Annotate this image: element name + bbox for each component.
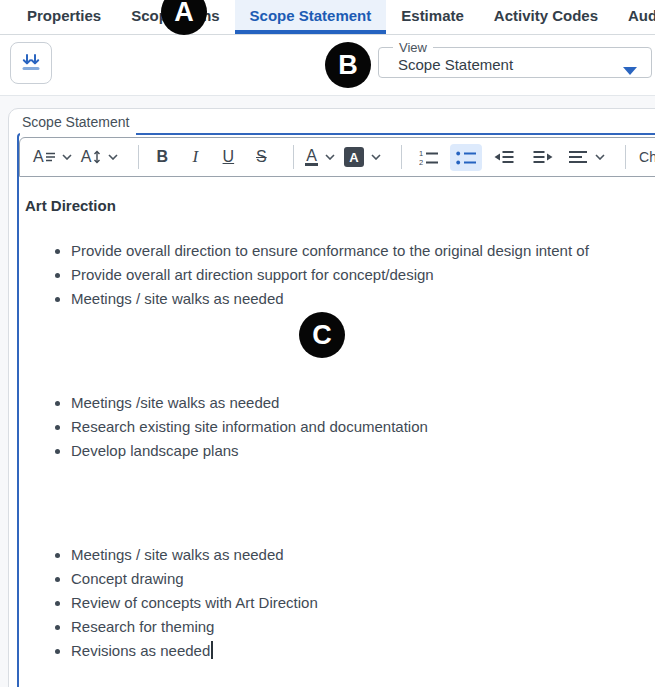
underline-button[interactable]: U [216,148,240,166]
bold-button[interactable]: B [150,148,174,166]
toolbar-divider [138,145,139,169]
outdent-button[interactable] [487,144,521,170]
outdent-icon [493,149,515,165]
choose-heading-select[interactable]: Choose heading [639,149,655,165]
bullet-item[interactable]: Provide overall art direction support fo… [71,263,655,287]
align-icon [569,150,588,164]
chevron-down-icon [595,154,605,160]
import-down-arrows-icon [19,51,43,75]
annotation-badge-c: C [299,312,345,358]
bullet-item[interactable]: Meetings /site walks as needed [71,391,655,415]
numbered-list-button[interactable]: 1 2 [413,144,445,171]
chevron-down-icon [62,154,72,160]
editor-content[interactable]: Art Direction Provide overall direction … [19,177,655,663]
chevron-down-icon [325,154,335,160]
svg-text:2: 2 [419,158,423,166]
bullet-item[interactable]: Review of concepts with Art Direction [71,591,655,615]
bullet-item[interactable]: Meetings / site walks as needed [71,287,655,311]
bullet-item[interactable]: Develop landscape plans [71,439,655,463]
italic-button[interactable]: I [183,147,207,167]
text-color-icon: A [305,148,318,166]
tab-audit[interactable]: Audit [613,0,655,34]
highlight-color-icon: A [344,147,364,167]
font-size-button[interactable]: A [81,148,119,166]
font-family-icon: A [33,148,44,166]
indent-button[interactable] [526,144,560,170]
numbered-list-icon: 1 2 [419,149,439,166]
font-family-lines-icon [46,152,55,162]
indent-icon [532,149,554,165]
bullet-list-icon [456,149,476,166]
editor-toolbar: A A B I U S A [19,137,655,177]
content-heading: Art Direction [25,197,655,215]
text-cursor [211,641,213,659]
font-size-icon: A [81,148,92,166]
view-select[interactable]: View Scope Statement [378,40,652,78]
svg-text:1: 1 [419,149,423,158]
bullet-group-1: Provide overall direction to ensure conf… [25,239,655,311]
chevron-down-icon [371,154,381,160]
editor-field-label: Scope Statement [20,114,136,136]
toolbar-divider [625,145,626,169]
dropdown-arrow-icon[interactable] [623,67,637,75]
annotation-badge-b: B [325,42,371,88]
bullet-list-button[interactable] [450,144,482,171]
bullet-item[interactable]: Revisions as needed [71,639,655,663]
bullet-item[interactable]: Research existing site information and d… [71,415,655,439]
bullet-item[interactable]: Concept drawing [71,567,655,591]
view-select-label: View [393,40,433,55]
rich-text-editor: A A B I U S A [17,133,655,687]
import-button[interactable] [10,42,52,84]
tab-activity-codes[interactable]: Activity Codes [479,0,613,34]
font-size-arrow-icon [93,150,101,164]
highlight-color-button[interactable]: A [344,147,381,167]
view-select-value: Scope Statement [379,55,651,73]
bullet-item[interactable]: Provide overall direction to ensure conf… [71,239,655,263]
chevron-down-icon [108,154,118,160]
font-family-button[interactable]: A [33,148,72,166]
text-color-button[interactable]: A [305,148,335,166]
tab-bar: PropertiesScope ItemsScope StatementEsti… [0,0,655,35]
tab-scope-statement[interactable]: Scope Statement [235,0,387,34]
align-button[interactable] [569,150,605,164]
bullet-item[interactable]: Research for theming [71,615,655,639]
tab-properties[interactable]: Properties [12,0,116,34]
strikethrough-button[interactable]: S [249,148,273,166]
bullet-item[interactable]: Meetings / site walks as needed [71,543,655,567]
toolbar-divider [401,145,402,169]
tab-estimate[interactable]: Estimate [386,0,479,34]
bullet-group-3: Meetings / site walks as neededConcept d… [25,543,655,663]
toolbar-divider [293,145,294,169]
bullet-group-2: Meetings /site walks as neededResearch e… [25,391,655,463]
